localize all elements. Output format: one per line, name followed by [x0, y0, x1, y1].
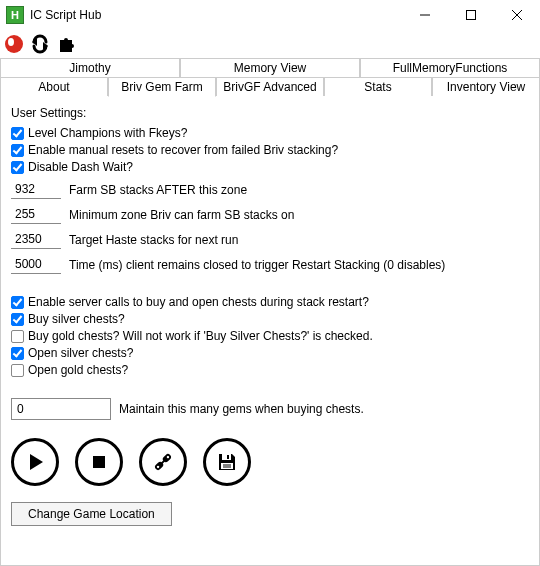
- tab-briv-gem-farm[interactable]: Briv Gem Farm: [108, 77, 216, 97]
- stop-button[interactable]: [75, 438, 123, 486]
- titlebar: H IC Script Hub: [0, 0, 540, 30]
- window-title: IC Script Hub: [30, 8, 402, 22]
- check-label: Enable manual resets to recover from fai…: [28, 143, 338, 157]
- stop-icon: [89, 452, 109, 472]
- check-label: Level Champions with Fkeys?: [28, 126, 187, 140]
- check-label: Open gold chests?: [28, 363, 128, 377]
- tab-content: User Settings: Level Champions with Fkey…: [0, 96, 540, 566]
- farm-sb-after-input[interactable]: [11, 180, 61, 199]
- save-icon: [216, 451, 238, 473]
- svg-rect-1: [467, 11, 476, 20]
- tab-inventory-view[interactable]: Inventory View: [432, 77, 540, 97]
- svg-rect-9: [93, 456, 105, 468]
- check-disable-dash-wait[interactable]: Disable Dash Wait?: [11, 160, 529, 174]
- checkbox-icon[interactable]: [11, 313, 24, 326]
- input-label: Farm SB stacks AFTER this zone: [69, 183, 247, 197]
- check-label: Disable Dash Wait?: [28, 160, 133, 174]
- record-icon[interactable]: [2, 32, 26, 56]
- check-label: Buy gold chests? Will not work if 'Buy S…: [28, 329, 373, 343]
- tab-about[interactable]: About: [0, 77, 108, 97]
- play-button[interactable]: [11, 438, 59, 486]
- toolbar: [0, 30, 540, 58]
- checkbox-icon[interactable]: [11, 364, 24, 377]
- check-level-champions[interactable]: Level Champions with Fkeys?: [11, 126, 529, 140]
- input-label: Time (ms) client remains closed to trigg…: [69, 258, 445, 272]
- link-button[interactable]: [139, 438, 187, 486]
- check-server-calls[interactable]: Enable server calls to buy and open ches…: [11, 295, 529, 309]
- svg-rect-15: [222, 454, 231, 460]
- input-label: Minimum zone Briv can farm SB stacks on: [69, 208, 294, 222]
- close-button[interactable]: [494, 0, 540, 30]
- checkbox-icon[interactable]: [11, 296, 24, 309]
- check-label: Buy silver chests?: [28, 312, 125, 326]
- input-farm-sb-after: Farm SB stacks AFTER this zone: [11, 180, 529, 199]
- tab-brivgf-advanced[interactable]: BrivGF Advanced: [216, 77, 324, 97]
- tabs: Jimothy Memory View FullMemoryFunctions …: [0, 58, 540, 96]
- checkbox-icon[interactable]: [11, 144, 24, 157]
- refresh-icon[interactable]: [28, 32, 52, 56]
- play-icon: [25, 452, 45, 472]
- input-maintain-gems: Maintain this many gems when buying ches…: [11, 398, 529, 420]
- tab-full-memory-functions[interactable]: FullMemoryFunctions: [360, 58, 540, 78]
- input-label: Target Haste stacks for next run: [69, 233, 238, 247]
- user-settings-header: User Settings:: [11, 106, 529, 120]
- input-target-haste: Target Haste stacks for next run: [11, 230, 529, 249]
- check-label: Open silver chests?: [28, 346, 133, 360]
- svg-marker-8: [30, 454, 43, 470]
- min-zone-input[interactable]: [11, 205, 61, 224]
- svg-rect-17: [221, 463, 233, 469]
- link-icon: [151, 450, 175, 474]
- checkbox-icon[interactable]: [11, 161, 24, 174]
- change-game-location-button[interactable]: Change Game Location: [11, 502, 172, 526]
- save-button[interactable]: [203, 438, 251, 486]
- check-buy-silver[interactable]: Buy silver chests?: [11, 312, 529, 326]
- input-restart-ms: Time (ms) client remains closed to trigg…: [11, 255, 529, 274]
- check-open-gold[interactable]: Open gold chests?: [11, 363, 529, 377]
- restart-ms-input[interactable]: [11, 255, 61, 274]
- app-icon: H: [6, 6, 24, 24]
- input-label: Maintain this many gems when buying ches…: [119, 402, 364, 416]
- check-label: Enable server calls to buy and open ches…: [28, 295, 369, 309]
- tab-jimothy[interactable]: Jimothy: [0, 58, 180, 78]
- svg-rect-16: [227, 455, 229, 459]
- control-buttons: [11, 438, 529, 486]
- app-icon-letter: H: [11, 9, 19, 21]
- checkbox-icon[interactable]: [11, 330, 24, 343]
- minimize-button[interactable]: [402, 0, 448, 30]
- check-open-silver[interactable]: Open silver chests?: [11, 346, 529, 360]
- check-manual-resets[interactable]: Enable manual resets to recover from fai…: [11, 143, 529, 157]
- target-haste-input[interactable]: [11, 230, 61, 249]
- puzzle-icon[interactable]: [54, 32, 78, 56]
- maintain-gems-input[interactable]: [11, 398, 111, 420]
- maximize-button[interactable]: [448, 0, 494, 30]
- svg-point-5: [8, 38, 14, 46]
- svg-point-4: [5, 35, 23, 53]
- tab-memory-view[interactable]: Memory View: [180, 58, 360, 78]
- checkbox-icon[interactable]: [11, 347, 24, 360]
- tab-stats[interactable]: Stats: [324, 77, 432, 97]
- checkbox-icon[interactable]: [11, 127, 24, 140]
- input-min-zone: Minimum zone Briv can farm SB stacks on: [11, 205, 529, 224]
- check-buy-gold[interactable]: Buy gold chests? Will not work if 'Buy S…: [11, 329, 529, 343]
